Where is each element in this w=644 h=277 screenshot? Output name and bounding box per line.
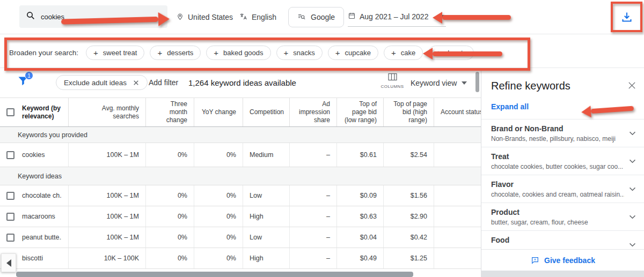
broaden-search-row: Broaden your search: +sweet treat +desse… — [0, 38, 530, 68]
date-range-selector[interactable]: Aug 2021 – Jul 2022 — [348, 0, 446, 34]
remove-filter-icon[interactable] — [133, 79, 140, 86]
plus-icon: + — [436, 49, 441, 57]
column-header-three-month[interactable]: Three month change — [146, 98, 194, 126]
give-feedback-button[interactable]: Give feedback — [481, 249, 644, 271]
broaden-chip-donuts[interactable]: +donuts — [428, 46, 474, 60]
bid-low-cell: $0.04 — [337, 227, 384, 248]
view-selector[interactable]: Keyword view — [411, 68, 467, 98]
broaden-chip-cupcake[interactable]: +cupcake — [328, 46, 378, 60]
location-pin-icon — [176, 12, 184, 22]
bid-high-cell: $2.54 — [384, 143, 434, 167]
add-filter-button[interactable]: Add filter — [149, 68, 178, 98]
exclude-adult-ideas-chip[interactable]: Exclude adult ideas — [56, 75, 148, 90]
chevron-down-icon — [628, 156, 637, 168]
keyword-cell: cookies — [22, 151, 45, 159]
broaden-chip-snacks[interactable]: +snacks — [276, 46, 323, 60]
yoy-cell: 0% — [194, 206, 243, 227]
search-network-icon — [297, 12, 306, 23]
account-status-cell — [434, 248, 481, 268]
row-checkbox[interactable] — [6, 192, 14, 200]
language-label: English — [252, 13, 276, 21]
bid-low-cell: $0.49 — [337, 248, 384, 268]
three-month-cell: 0% — [146, 185, 194, 206]
avg-searches-cell: 100K – 1M — [69, 185, 146, 206]
broaden-chip-cake[interactable]: +cake — [384, 46, 423, 60]
yoy-cell: 0% — [194, 248, 243, 268]
column-header-keyword[interactable]: Keyword (by relevance) — [22, 104, 62, 121]
table-row-macaroons: macaroons 100K – 1M 0% 0% High – $0.63 $… — [0, 206, 481, 227]
section-label-provided: Keywords you provided — [0, 127, 481, 143]
bid-low-cell: $0.63 — [337, 206, 384, 227]
table-row-cookies: cookies 100K – 1M 0% 0% Medium – $0.61 $… — [0, 143, 481, 167]
select-all-checkbox[interactable] — [6, 108, 14, 116]
close-icon — [627, 81, 636, 90]
table-header-row: Keyword (by relevance) Avg. monthly sear… — [0, 98, 481, 127]
download-button[interactable] — [620, 11, 633, 26]
row-checkbox[interactable] — [6, 234, 14, 242]
section-label-ideas: Keyword ideas — [0, 167, 481, 185]
bid-high-cell: $2.90 — [384, 206, 434, 227]
columns-label: COLUMNS — [380, 84, 405, 89]
competition-cell: Low — [243, 185, 290, 206]
columns-button[interactable]: COLUMNS — [380, 73, 405, 89]
chevron-down-icon — [628, 240, 637, 249]
broaden-chip-baked-goods[interactable]: +baked goods — [206, 46, 270, 60]
three-month-cell: 0% — [146, 206, 194, 227]
table-row-chocolate-chip: chocolate ch... 100K – 1M 0% 0% Low – $0… — [0, 185, 481, 206]
filter-button[interactable]: 1 — [17, 74, 35, 92]
row-checkbox[interactable] — [6, 213, 14, 221]
columns-icon — [387, 73, 398, 81]
column-header-ad-share[interactable]: Ad impression share — [290, 98, 337, 126]
ad-share-cell: – — [290, 143, 337, 167]
filter-bar: 1 Exclude adult ideas Add filter 1,264 k… — [0, 68, 481, 98]
top-bar: United States English Google Aug 2021 – … — [0, 0, 644, 34]
broaden-chip-desserts[interactable]: +desserts — [150, 46, 201, 60]
location-selector[interactable]: United States — [176, 0, 233, 34]
column-header-bid-low[interactable]: Top of page bid (low range) — [337, 98, 384, 126]
keyword-ideas-count: 1,264 keyword ideas available — [188, 68, 296, 98]
avg-searches-cell: 100K – 1M — [69, 143, 146, 167]
column-header-yoy[interactable]: YoY change — [194, 98, 243, 126]
column-header-avg-searches[interactable]: Avg. monthly searches — [69, 98, 146, 126]
refine-group-food[interactable]: Food — [481, 231, 644, 249]
search-input[interactable] — [41, 13, 148, 21]
feedback-icon — [531, 256, 539, 265]
arrow-left-icon — [6, 259, 11, 267]
plus-icon: + — [335, 49, 340, 57]
refine-group-treat[interactable]: Treat chocolate cookies, butter cookies,… — [481, 147, 644, 175]
broaden-label: Broaden your search: — [9, 49, 78, 57]
bid-high-cell: $0.42 — [384, 227, 434, 248]
keyword-cell: chocolate ch... — [22, 192, 62, 199]
keyword-search-box[interactable] — [19, 5, 167, 28]
refine-group-brand[interactable]: Brand or Non-Brand Non-Brands, nestle, p… — [481, 119, 644, 147]
column-header-competition[interactable]: Competition — [243, 98, 290, 126]
calendar-icon — [348, 12, 356, 21]
vertical-scrollbar-thumb[interactable] — [475, 72, 479, 92]
table-row-biscotti: biscotti 10K – 100K 0% 0% High – $0.49 $… — [0, 248, 481, 269]
network-selector[interactable]: Google — [288, 7, 344, 27]
account-status-cell — [434, 227, 481, 248]
refine-group-flavor[interactable]: Flavor chocolate, cookies and cream, oat… — [481, 175, 644, 203]
expand-all-link[interactable]: Expand all — [491, 102, 529, 111]
location-label: United States — [188, 13, 233, 21]
chevron-down-icon — [628, 129, 637, 140]
account-status-cell — [434, 185, 481, 206]
translate-icon — [239, 12, 248, 23]
competition-cell: Medium — [243, 143, 290, 167]
refine-group-product[interactable]: Product butter, sugar, cream, flour, che… — [481, 203, 644, 231]
row-checkbox[interactable] — [6, 151, 14, 159]
broaden-chip-sweet-treat[interactable]: +sweet treat — [86, 46, 144, 60]
language-selector[interactable]: English — [239, 0, 276, 34]
scroll-left-button[interactable] — [1, 253, 16, 272]
column-header-account-status[interactable]: Account status — [434, 98, 481, 126]
refine-keywords-panel: Refine keywords Expand all Brand or Non-… — [481, 68, 644, 277]
bid-high-cell: $1.56 — [384, 185, 434, 206]
horizontal-scrollbar-thumb[interactable] — [16, 272, 413, 277]
plus-icon: + — [284, 49, 289, 57]
table-row-peanut-butter: peanut butte... 100K – 1M 0% 0% Low – $0… — [0, 227, 481, 248]
network-label: Google — [311, 13, 335, 21]
keyword-cell: biscotti — [22, 254, 43, 262]
bottom-strip — [481, 271, 644, 277]
column-header-bid-high[interactable]: Top of page bid (high range) — [384, 98, 434, 126]
close-panel-button[interactable] — [627, 81, 636, 92]
